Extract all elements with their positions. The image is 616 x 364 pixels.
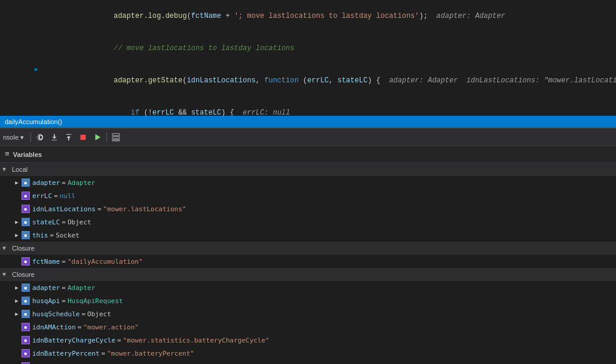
- var-eq-statelc: =: [62, 218, 66, 226]
- toolbar-separator-1: [30, 132, 31, 142]
- continue-button[interactable]: [91, 131, 104, 144]
- expand-arrow-husqapi: ▶: [12, 298, 22, 304]
- var-value-this: Socket: [56, 232, 79, 239]
- status-function: dailyAccumulation(): [5, 118, 62, 125]
- variables-panel-header: ≡ Variables: [0, 146, 616, 163]
- var-value-fctname: "dailyAccumulation": [68, 258, 143, 266]
- var-name-idn-battery-percent: idnBatteryPercent: [32, 350, 100, 357]
- var-icon-idn-am-action: ■: [22, 323, 30, 331]
- var-value-idn-last-locations: "mower.lastLocations": [103, 205, 186, 213]
- table-icon: [112, 133, 120, 141]
- var-icon-husqapi: ■: [22, 297, 30, 305]
- expand-arrow-adapter-local: ▶: [12, 180, 22, 186]
- closure-section-header-1[interactable]: ▼ Closure: [0, 242, 616, 255]
- var-item-more[interactable]: ■ ...: [0, 360, 616, 364]
- var-item-husqschedule[interactable]: ▶ ■ husqSchedule = Object: [0, 307, 616, 320]
- code-line-1: adapter.log.debug(fctName + '; move last…: [0, 0, 616, 32]
- variables-header-icon: ≡: [5, 150, 10, 159]
- stop-icon: [79, 133, 87, 141]
- var-name-statelc: stateLC: [32, 218, 60, 226]
- var-name-fctname: fctName: [32, 258, 60, 266]
- var-icon-idn-battery-percent: ■: [22, 349, 30, 357]
- var-item-idn-last-locations[interactable]: ■ idnLastLocations = "mower.lastLocation…: [0, 202, 616, 215]
- var-eq-adapter-closure2: =: [62, 284, 66, 292]
- debugger-toolbar: nsole ▾: [0, 128, 616, 146]
- var-value-idn-battery-charge-cycle: "mower.statistics.batteryChargeCycle": [123, 337, 269, 344]
- variables-panel-title: Variables: [13, 151, 42, 158]
- svg-rect-3: [112, 137, 119, 139]
- code-line-2: // move lastlocations to lastday locatio…: [0, 32, 616, 64]
- var-item-adapter-local[interactable]: ▶ ■ adapter = Adapter: [0, 176, 616, 189]
- expand-arrow-adapter-closure2: ▶: [12, 285, 22, 291]
- var-item-errlc[interactable]: ■ errLC = null: [0, 189, 616, 202]
- local-section-label: Local: [12, 166, 27, 173]
- closure-section-label-1: Closure: [12, 245, 35, 252]
- step-into-icon: [50, 133, 59, 141]
- local-section-header[interactable]: ▼ Local: [0, 163, 616, 176]
- closure-section-label-2: Closure: [12, 271, 35, 278]
- var-item-fctname[interactable]: ■ fctName = "dailyAccumulation": [0, 255, 616, 268]
- var-item-statelc[interactable]: ▶ ■ stateLC = Object: [0, 215, 616, 229]
- var-icon-husqschedule: ■: [22, 310, 30, 318]
- var-item-adapter-closure2[interactable]: ▶ ■ adapter = Adapter: [0, 281, 616, 294]
- var-icon-adapter-closure2: ■: [22, 283, 30, 292]
- step-over-icon: [36, 133, 44, 141]
- var-item-husqapi[interactable]: ▶ ■ husqApi = HusqApiRequest: [0, 294, 616, 307]
- var-icon-this: ■: [22, 231, 30, 239]
- var-name-this: this: [32, 232, 48, 239]
- code-editor: adapter.log.debug(fctName + '; move last…: [0, 0, 616, 128]
- line-content-3: adapter.getState(idnLastLocations, funct…: [42, 64, 616, 97]
- svg-rect-0: [39, 134, 40, 141]
- expand-arrow-statelc: ▶: [12, 219, 22, 226]
- step-out-button[interactable]: [62, 131, 75, 144]
- var-eq-this: =: [50, 232, 54, 239]
- var-eq-idn-battery-charge-cycle: =: [117, 337, 121, 344]
- var-icon-fctname: ■: [22, 257, 30, 266]
- step-out-icon: [65, 133, 73, 141]
- var-item-idn-battery-percent[interactable]: ■ idnBatteryPercent = "mower.batteryPerc…: [0, 347, 616, 360]
- toolbar-separator-2: [106, 132, 107, 142]
- stop-button[interactable]: [76, 131, 90, 144]
- var-icon-idn-battery-charge-cycle: ■: [22, 336, 30, 344]
- step-into-button[interactable]: [48, 131, 61, 144]
- var-eq-fctname: =: [62, 258, 66, 266]
- var-name-errlc: errLC: [32, 192, 52, 200]
- closure-section-arrow-2: ▼: [2, 272, 10, 278]
- var-item-idn-battery-charge-cycle[interactable]: ■ idnBatteryChargeCycle = "mower.statist…: [0, 334, 616, 347]
- var-value-errlc: null: [60, 192, 76, 200]
- svg-rect-2: [112, 134, 119, 136]
- var-name-husqapi: husqApi: [32, 297, 60, 305]
- svg-rect-4: [112, 140, 119, 141]
- var-value-husqapi: HusqApiRequest: [68, 297, 123, 305]
- var-name-idn-last-locations: idnLastLocations: [32, 205, 96, 213]
- line-arrow-3: ▶: [30, 64, 42, 75]
- toggle-table-button[interactable]: [109, 131, 122, 144]
- var-eq-husqapi: =: [62, 297, 66, 305]
- var-eq-idn-am-action: =: [78, 323, 82, 331]
- var-value-statelc: Object: [68, 218, 91, 226]
- var-value-idn-battery-percent: "mower.batteryPercent": [107, 350, 194, 357]
- var-icon-errlc: ■: [22, 192, 30, 200]
- code-lines: adapter.log.debug(fctName + '; move last…: [0, 0, 616, 128]
- local-section-arrow: ▼: [2, 166, 10, 173]
- closure-section-header-2[interactable]: ▼ Closure: [0, 268, 616, 281]
- svg-rect-1: [81, 135, 86, 140]
- expand-arrow-this: ▶: [12, 232, 22, 239]
- var-eq-idn-battery-percent: =: [102, 350, 106, 357]
- line-content-1: adapter.log.debug(fctName + '; move last…: [42, 0, 616, 32]
- line-content-2: // move lastlocations to lastday locatio…: [42, 32, 616, 64]
- code-line-3: ▶ adapter.getState(idnLastLocations, fun…: [0, 64, 616, 97]
- var-name-idn-battery-charge-cycle: idnBatteryChargeCycle: [32, 337, 115, 344]
- var-value-adapter-closure2: Adapter: [68, 284, 95, 292]
- var-eq-husqschedule: =: [81, 310, 85, 318]
- var-value-idn-am-action: "mower.action": [83, 323, 139, 331]
- step-over-button[interactable]: [33, 131, 47, 144]
- var-name-adapter-closure2: adapter: [32, 284, 60, 292]
- var-item-idn-am-action[interactable]: ■ idnAMAction = "mower.action": [0, 320, 616, 334]
- var-eq-adapter-local: =: [62, 179, 66, 187]
- var-item-this[interactable]: ▶ ■ this = Socket: [0, 229, 616, 242]
- var-value-adapter-local: Adapter: [68, 179, 95, 187]
- var-name-adapter-local: adapter: [32, 179, 60, 187]
- var-name-husqschedule: husqSchedule: [32, 310, 79, 318]
- var-name-idn-am-action: idnAMAction: [32, 323, 76, 331]
